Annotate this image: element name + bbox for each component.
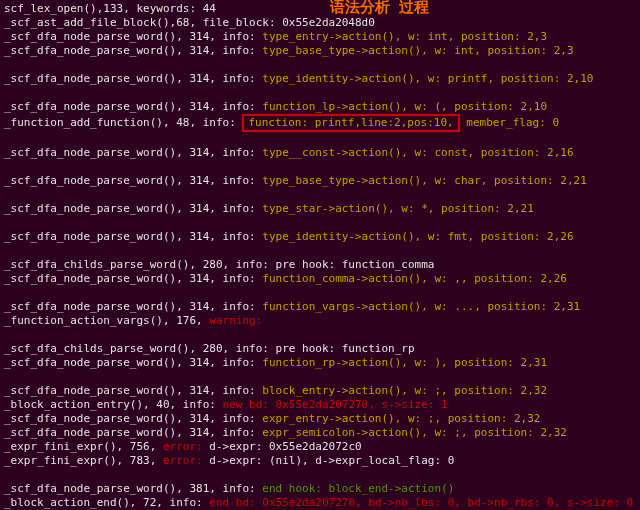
log-line: _scf_dfa_node_parse_word(), 314, info: f… (4, 100, 636, 114)
log-segment: _scf_dfa_node_parse_word(), 314, info: (4, 100, 262, 113)
log-line (4, 370, 636, 384)
log-line (4, 86, 636, 100)
log-segment: _scf_dfa_node_parse_word(), 314, info: (4, 202, 262, 215)
log-segment: _scf_dfa_node_parse_word(), 314, info: (4, 72, 262, 85)
log-segment: _scf_dfa_childs_parse_word(), 280, info:… (4, 342, 415, 355)
log-line: _function_action_vargs(), 176, warning: (4, 314, 636, 328)
log-segment: _scf_dfa_node_parse_word(), 314, info: (4, 356, 262, 369)
log-segment: scf_lex_open(),133, keywords: 44 (4, 2, 216, 15)
log-segment: end hook: block_end->action() (262, 482, 454, 495)
log-segment: _scf_dfa_node_parse_word(), 314, info: (4, 272, 262, 285)
log-line (4, 160, 636, 174)
log-line (4, 468, 636, 482)
log-line: _block_action_end(), 72, info: end bd: 0… (4, 496, 636, 510)
log-segment: type_entry->action(), w: int, position: … (262, 30, 547, 43)
annotation-title-text: 语法分析 过程 (330, 0, 429, 16)
log-segment: _function_add_function(), 48, info: (4, 116, 242, 129)
log-segment: _scf_dfa_node_parse_word(), 381, info: (4, 482, 262, 495)
log-segment: _scf_dfa_node_parse_word(), 314, info: (4, 44, 262, 57)
log-segment: _expr_fini_expr(), 783, (4, 454, 163, 467)
log-line (4, 132, 636, 146)
log-line: _scf_dfa_node_parse_word(), 314, info: t… (4, 44, 636, 58)
log-segment: _block_action_end(), 72, info: (4, 496, 209, 509)
log-segment: d->expr: (nil), d->expr_local_flag: 0 (203, 454, 455, 467)
log-segment: _scf_dfa_childs_parse_word(), 280, info:… (4, 258, 434, 271)
log-segment: block_entry->action(), w: ;, position: 2… (262, 384, 547, 397)
log-line: scf_lex_open(),133, keywords: 44 (4, 2, 636, 16)
log-line (4, 216, 636, 230)
log-segment: _scf_ast_add_file_block(),68, file_block… (4, 16, 375, 29)
log-segment: type_identity->action(), w: printf, posi… (262, 72, 593, 85)
log-segment: function_comma->action(), w: ,, position… (262, 272, 567, 285)
log-segment: _scf_dfa_node_parse_word(), 314, info: (4, 174, 262, 187)
log-line: _scf_dfa_node_parse_word(), 314, info: t… (4, 30, 636, 44)
log-segment: function_lp->action(), w: (, position: 2… (262, 100, 547, 113)
log-segment: _scf_dfa_node_parse_word(), 314, info: (4, 384, 262, 397)
log-line: _expr_fini_expr(), 756, error: d->expr: … (4, 440, 636, 454)
terminal-output: 语法分析 过程 scf_lex_open(),133, keywords: 44… (0, 0, 640, 510)
log-line: _scf_dfa_node_parse_word(), 314, info: e… (4, 426, 636, 440)
log-segment: type__const->action(), w: const, positio… (262, 146, 573, 159)
log-line (4, 188, 636, 202)
log-segment: member_flag: 0 (460, 116, 559, 129)
log-segment: d->expr: 0x55e2da2072c0 (203, 440, 362, 453)
log-line: _scf_dfa_node_parse_word(), 314, info: t… (4, 72, 636, 86)
log-line (4, 244, 636, 258)
log-line (4, 286, 636, 300)
log-line: _scf_dfa_childs_parse_word(), 280, info:… (4, 342, 636, 356)
log-segment: type_identity->action(), w: fmt, positio… (262, 230, 573, 243)
log-line: _expr_fini_expr(), 783, error: d->expr: … (4, 454, 636, 468)
log-line: _scf_dfa_node_parse_word(), 314, info: f… (4, 300, 636, 314)
log-segment: _function_action_vargs(), 176, (4, 314, 209, 327)
log-segment: error: (163, 440, 203, 453)
log-line (4, 58, 636, 72)
log-segment: _scf_dfa_node_parse_word(), 314, info: (4, 426, 262, 439)
log-line (4, 328, 636, 342)
log-line: _scf_dfa_node_parse_word(), 314, info: t… (4, 146, 636, 160)
log-segment: expr_semicolon->action(), w: ;, position… (262, 426, 567, 439)
log-line: _function_add_function(), 48, info: func… (4, 114, 636, 132)
log-segment: type_star->action(), w: *, position: 2,2… (262, 202, 534, 215)
log-segment: warning: (209, 314, 262, 327)
log-segment: _scf_dfa_node_parse_word(), 314, info: (4, 412, 262, 425)
log-line: _scf_dfa_node_parse_word(), 314, info: b… (4, 384, 636, 398)
log-segment: _scf_dfa_node_parse_word(), 314, info: (4, 230, 262, 243)
log-line: _scf_dfa_node_parse_word(), 314, info: e… (4, 412, 636, 426)
log-lines: scf_lex_open(),133, keywords: 44_scf_ast… (4, 2, 636, 510)
annotation-title: 语法分析 过程 (330, 0, 429, 16)
log-segment: type_base_type->action(), w: int, positi… (262, 44, 573, 57)
log-segment: _scf_dfa_node_parse_word(), 314, info: (4, 300, 262, 313)
log-segment: type_base_type->action(), w: char, posit… (262, 174, 587, 187)
log-line: _block_action_entry(), 40, info: new bd:… (4, 398, 636, 412)
log-segment: _scf_dfa_node_parse_word(), 314, info: (4, 30, 262, 43)
log-line: _scf_dfa_node_parse_word(), 314, info: t… (4, 174, 636, 188)
log-line: _scf_dfa_node_parse_word(), 381, info: e… (4, 482, 636, 496)
log-segment: _scf_dfa_node_parse_word(), 314, info: (4, 146, 262, 159)
log-segment: _block_action_entry(), 40, info: (4, 398, 223, 411)
log-line: _scf_dfa_node_parse_word(), 314, info: f… (4, 272, 636, 286)
log-line: _scf_dfa_childs_parse_word(), 280, info:… (4, 258, 636, 272)
log-segment: function_vargs->action(), w: ..., positi… (262, 300, 580, 313)
log-segment: expr_entry->action(), w: ;, position: 2,… (262, 412, 540, 425)
log-line: _scf_dfa_node_parse_word(), 314, info: t… (4, 202, 636, 216)
log-line: _scf_dfa_node_parse_word(), 314, info: f… (4, 356, 636, 370)
log-segment: end bd: 0x55e2da207270, bd->nb_lbs: 0, b… (209, 496, 633, 509)
log-line: _scf_dfa_node_parse_word(), 314, info: t… (4, 230, 636, 244)
log-line: _scf_ast_add_file_block(),68, file_block… (4, 16, 636, 30)
log-segment: error: (163, 454, 203, 467)
log-segment: function_rp->action(), w: ), position: 2… (262, 356, 547, 369)
log-segment: function: printf,line:2,pos:10, (242, 114, 459, 132)
log-segment: _expr_fini_expr(), 756, (4, 440, 163, 453)
log-segment: new bd: 0x55e2da207270, s->size: 1 (223, 398, 448, 411)
